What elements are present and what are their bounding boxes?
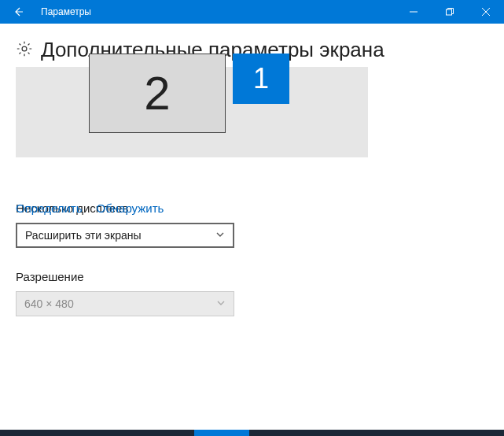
resolution-value: 640 × 480 [24, 297, 74, 310]
maximize-button[interactable] [432, 0, 468, 24]
minimize-button[interactable] [395, 0, 432, 24]
titlebar: Параметры [0, 0, 504, 24]
taskbar-highlight [194, 430, 249, 436]
svg-rect-0 [447, 9, 452, 15]
taskbar-sliver [0, 430, 504, 436]
resolution-dropdown: 640 × 480 [16, 291, 234, 316]
detect-link[interactable]: Обнаружить [97, 201, 164, 215]
svg-point-1 [22, 46, 27, 51]
minimize-icon [409, 7, 418, 17]
close-button[interactable] [468, 0, 504, 24]
settings-window: Параметры Допо [0, 0, 504, 338]
arrow-left-icon [13, 6, 25, 18]
chevron-down-icon [215, 229, 225, 242]
resolution-label: Разрешение [16, 270, 488, 283]
back-button[interactable] [0, 0, 38, 24]
content-area: Дополнительные параметры экрана 2 1 Опре… [0, 24, 504, 338]
display-monitor-2[interactable]: 2 [89, 54, 226, 133]
display-monitor-1-label: 1 [253, 62, 269, 95]
close-icon [481, 7, 491, 17]
multiple-displays-dropdown[interactable]: Расширить эти экраны [16, 223, 234, 248]
maximize-icon [445, 7, 454, 17]
gear-icon [16, 40, 33, 61]
display-monitor-1[interactable]: 1 [233, 54, 289, 104]
display-monitor-2-label: 2 [144, 66, 170, 120]
resolution-section: Разрешение 640 × 480 [16, 270, 488, 316]
window-title: Параметры [38, 6, 91, 17]
display-arrangement-area[interactable]: 2 1 [16, 67, 368, 157]
display-action-links: Определить Обнаружить [16, 201, 164, 215]
chevron-down-icon [216, 297, 226, 310]
identify-link[interactable]: Определить [16, 201, 83, 215]
multiple-displays-value: Расширить эти экраны [25, 229, 142, 242]
